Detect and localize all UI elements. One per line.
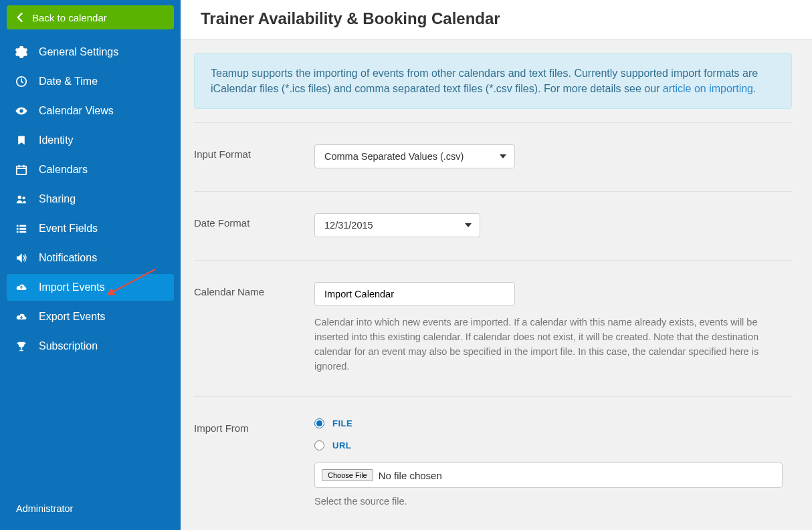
sidebar-item-date-time[interactable]: Date & Time (7, 68, 174, 95)
sidebar-item-label: Calendar Views (39, 105, 114, 117)
back-button-label: Back to calendar (32, 12, 107, 23)
section-import-from: Import From FILE URL Choose File No file… (194, 396, 792, 516)
back-to-calendar-button[interactable]: Back to calendar (7, 5, 174, 29)
import-from-help: Select the source file. (314, 495, 783, 509)
sidebar-item-label: Notifications (39, 252, 97, 264)
sidebar-item-label: Date & Time (39, 76, 98, 88)
gear-icon (15, 45, 28, 59)
sidebar: Back to calendar General Settings Date &… (0, 0, 181, 530)
caret-down-icon (500, 154, 506, 158)
svg-point-2 (18, 196, 21, 199)
info-text-after: . (753, 83, 756, 94)
input-format-select[interactable]: Comma Separated Values (.csv) (314, 144, 515, 168)
eye-icon (15, 104, 28, 118)
clock-icon (15, 75, 28, 88)
date-format-value: 12/31/2015 (324, 220, 373, 231)
sidebar-item-event-fields[interactable]: Event Fields (7, 215, 174, 242)
sidebar-nav: General Settings Date & Time Calendar Vi… (0, 35, 181, 494)
caret-down-icon (465, 223, 472, 227)
svg-rect-6 (17, 228, 19, 230)
import-from-label: Import From (194, 418, 314, 509)
svg-rect-5 (19, 225, 26, 227)
list-icon (15, 222, 28, 235)
info-link[interactable]: article on importing (663, 83, 753, 94)
section-date-format: Date Format 12/31/2015 (194, 191, 792, 260)
import-from-file-label[interactable]: FILE (332, 418, 352, 428)
import-from-url-label[interactable]: URL (332, 440, 351, 450)
page-header: Trainer Availability & Booking Calendar (181, 0, 812, 39)
svg-rect-7 (19, 228, 26, 230)
choose-file-button[interactable]: Choose File (322, 469, 373, 481)
sidebar-item-calendar-views[interactable]: Calendar Views (7, 98, 174, 124)
calendar-name-label: Calendar Name (194, 282, 314, 374)
section-input-format: Input Format Comma Separated Values (.cs… (194, 122, 792, 191)
bookmark-icon (15, 134, 28, 147)
sidebar-item-calendars[interactable]: Calendars (7, 156, 174, 183)
svg-point-3 (23, 196, 25, 199)
cloud-down-icon (15, 310, 28, 323)
file-picker: Choose File No file chosen (314, 462, 783, 488)
content: Teamup supports the importing of events … (181, 39, 812, 530)
chevron-left-icon (16, 13, 23, 22)
calendar-icon (15, 163, 28, 176)
people-icon (15, 192, 28, 206)
sidebar-item-export-events[interactable]: Export Events (7, 303, 174, 330)
sidebar-item-label: Identity (39, 134, 74, 146)
sidebar-item-label: Subscription (39, 340, 98, 352)
user-role: Administrator (16, 503, 73, 514)
sidebar-item-sharing[interactable]: Sharing (7, 186, 174, 213)
main: Trainer Availability & Booking Calendar … (181, 0, 812, 530)
file-status: No file chosen (379, 470, 442, 481)
svg-rect-4 (17, 225, 19, 227)
calendar-name-input[interactable] (314, 282, 515, 306)
sidebar-item-general-settings[interactable]: General Settings (7, 39, 174, 65)
sidebar-item-label: Import Events (39, 281, 105, 293)
sidebar-item-subscription[interactable]: Subscription (7, 333, 174, 360)
date-format-label: Date Format (194, 213, 314, 237)
date-format-select[interactable]: 12/31/2015 (314, 213, 480, 237)
import-from-file-radio[interactable] (314, 418, 324, 428)
sidebar-item-label: Event Fields (39, 223, 98, 235)
input-format-label: Input Format (194, 144, 314, 168)
trophy-icon (15, 340, 28, 353)
sidebar-item-notifications[interactable]: Notifications (7, 245, 174, 271)
section-calendar-name: Calendar Name Calendar into which new ev… (194, 260, 792, 396)
svg-rect-9 (19, 231, 26, 233)
sidebar-footer: Administrator (0, 494, 181, 530)
import-from-url-radio[interactable] (314, 440, 324, 450)
sidebar-item-import-events[interactable]: Import Events (7, 274, 174, 301)
sidebar-item-label: Calendars (39, 164, 88, 176)
input-format-value: Comma Separated Values (.csv) (324, 151, 464, 162)
svg-rect-8 (17, 231, 19, 233)
page-title: Trainer Availability & Booking Calendar (201, 9, 792, 28)
calendar-name-help: Calendar into which new events are impor… (314, 315, 783, 374)
sidebar-item-label: Sharing (39, 193, 76, 205)
sidebar-item-label: Export Events (39, 311, 106, 323)
cloud-up-icon (15, 281, 28, 294)
sidebar-item-label: General Settings (39, 46, 118, 58)
sidebar-item-identity[interactable]: Identity (7, 127, 174, 154)
svg-rect-1 (17, 166, 26, 175)
volume-icon (15, 251, 28, 265)
info-box: Teamup supports the importing of events … (194, 53, 792, 109)
